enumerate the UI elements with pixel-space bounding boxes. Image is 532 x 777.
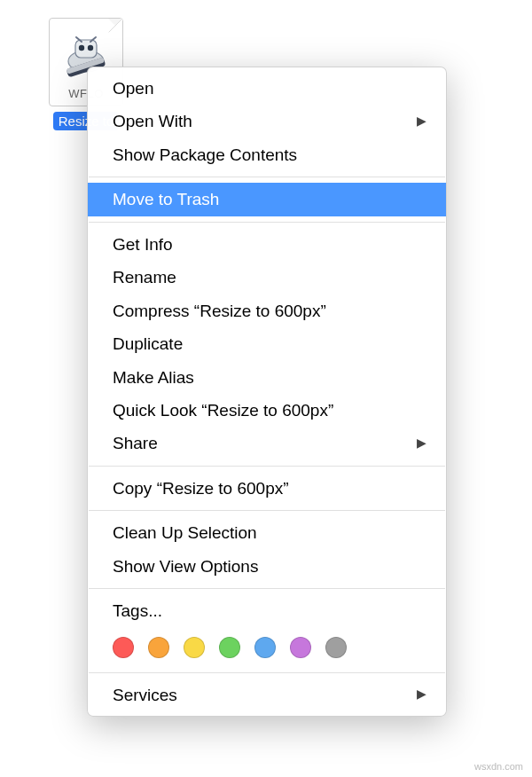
- menu-copy[interactable]: Copy “Resize to 600px”: [88, 472, 446, 505]
- menu-compress[interactable]: Compress “Resize to 600px”: [88, 294, 446, 327]
- menu-label: Tags...: [113, 598, 162, 624]
- menu-open[interactable]: Open: [88, 72, 446, 105]
- menu-label: Services: [113, 682, 177, 708]
- menu-label: Get Info: [113, 232, 173, 257]
- tags-color-row: [88, 628, 446, 667]
- menu-separator: [89, 466, 445, 467]
- menu-open-with[interactable]: Open With ▶: [88, 105, 446, 137]
- menu-label: Clean Up Selection: [113, 520, 257, 545]
- menu-make-alias[interactable]: Make Alias: [88, 361, 446, 394]
- tag-gray[interactable]: [325, 637, 347, 658]
- menu-label: Copy “Resize to 600px”: [113, 475, 289, 501]
- menu-separator: [89, 222, 445, 223]
- svg-rect-1: [75, 40, 97, 58]
- menu-separator: [89, 510, 445, 511]
- menu-label: Show View Options: [113, 553, 258, 579]
- svg-point-2: [79, 45, 84, 51]
- tag-blue[interactable]: [254, 637, 276, 658]
- menu-label: Quick Look “Resize to 600px”: [113, 397, 333, 423]
- menu-label: Move to Trash: [113, 186, 219, 212]
- menu-label: Open: [113, 75, 153, 101]
- submenu-arrow-icon: ▶: [417, 685, 426, 704]
- menu-label: Make Alias: [113, 365, 194, 390]
- tag-orange[interactable]: [148, 637, 169, 658]
- menu-separator: [89, 672, 445, 673]
- menu-separator: [89, 177, 445, 177]
- menu-clean-up-selection[interactable]: Clean Up Selection: [88, 516, 446, 549]
- svg-point-3: [88, 45, 93, 51]
- menu-tags[interactable]: Tags...: [88, 594, 446, 627]
- menu-label: Rename: [113, 264, 176, 290]
- tag-yellow[interactable]: [184, 637, 205, 658]
- menu-duplicate[interactable]: Duplicate: [88, 327, 446, 360]
- submenu-arrow-icon: ▶: [417, 434, 426, 453]
- menu-label: Open With: [113, 108, 192, 134]
- watermark: wsxdn.com: [474, 761, 523, 772]
- menu-services[interactable]: Services ▶: [88, 679, 446, 711]
- menu-show-view-options[interactable]: Show View Options: [88, 550, 446, 583]
- tag-red[interactable]: [113, 637, 134, 658]
- tag-purple[interactable]: [290, 637, 311, 658]
- menu-rename[interactable]: Rename: [88, 261, 446, 294]
- menu-label: Duplicate: [113, 331, 183, 357]
- menu-move-to-trash[interactable]: Move to Trash: [88, 183, 446, 216]
- context-menu: Open Open With ▶ Show Package Contents M…: [87, 67, 447, 717]
- submenu-arrow-icon: ▶: [417, 112, 426, 131]
- menu-label: Share: [113, 430, 158, 456]
- menu-separator: [89, 588, 445, 589]
- tag-green[interactable]: [219, 637, 240, 658]
- menu-get-info[interactable]: Get Info: [88, 228, 446, 261]
- menu-share[interactable]: Share ▶: [88, 427, 446, 459]
- menu-quick-look[interactable]: Quick Look “Resize to 600px”: [88, 394, 446, 427]
- menu-label: Compress “Resize to 600px”: [113, 298, 326, 324]
- menu-label: Show Package Contents: [113, 142, 297, 168]
- menu-show-package-contents[interactable]: Show Package Contents: [88, 138, 446, 171]
